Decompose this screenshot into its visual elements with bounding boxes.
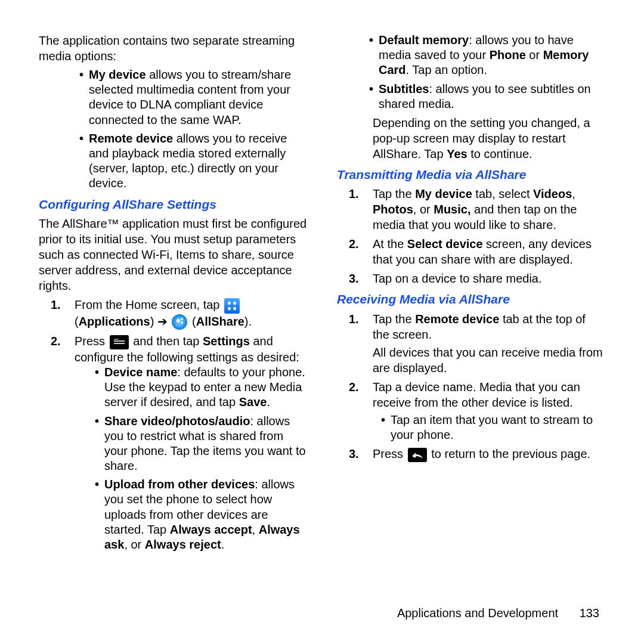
left-column: The application contains two separate st… [39,33,307,556]
menu-icon [110,335,129,349]
receiving-steps: 1.Tap the Remote device tab at the top o… [337,311,605,462]
step-1: 1.Tap the My device tab, select Videos, … [349,186,605,233]
back-icon [408,448,427,462]
applications-icon [224,298,240,314]
transmitting-steps: 1.Tap the My device tab, select Videos, … [337,186,605,286]
step-1: 1. From the Home screen, tap (Applicatio… [51,297,307,330]
list-item: Upload from other devices: allows you se… [96,477,307,552]
config-intro: The AllShare™ application must first be … [39,216,307,293]
list-item: Share video/photos/audio: allows you to … [96,414,307,474]
right-column: Default memory: allows you to have media… [337,33,605,556]
list-item: Device name: defaults to your phone. Use… [96,365,307,410]
list-item: Default memory: allows you to have media… [370,33,605,78]
step-3: 3.Press to return to the previous page. [349,446,605,462]
step-2: 2.Tap a device name. Media that you can … [349,379,605,442]
list-item: Subtitles: allows you to see subtitles o… [370,82,605,112]
step-1: 1.Tap the Remote device tab at the top o… [349,311,605,376]
intro-text: The application contains two separate st… [39,33,307,64]
step-1-note: All devices that you can receive media f… [373,345,605,376]
streaming-options-list: My device allows you to stream/share sel… [39,67,307,191]
settings-list: Device name: defaults to your phone. Use… [75,365,307,552]
allshare-icon [172,314,187,330]
page-footer: Applications and Development 133 [397,606,599,620]
list-item: Tap an item that you want to stream to y… [382,413,605,442]
config-steps: 1. From the Home screen, tap (Applicatio… [39,297,307,552]
footer-section: Applications and Development [397,606,558,620]
heading-configuring: Configuring AllShare Settings [39,196,307,212]
heading-receiving: Receiving Media via AllShare [337,291,605,307]
settings-list-cont: Default memory: allows you to have media… [337,33,605,112]
page-number: 133 [580,606,599,620]
restart-note: Depending on the setting you changed, a … [337,115,605,162]
list-item: Remote device allows you to receive and … [80,131,307,191]
heading-transmitting: Transmitting Media via AllShare [337,166,605,182]
step-2: 2.At the Select device screen, any devic… [349,236,605,267]
list-item: My device allows you to stream/share sel… [80,67,307,128]
step-2: 2. Press and then tap Settings and confi… [51,333,307,552]
step-3: 3.Tap on a device to share media. [349,271,605,286]
sub-list: Tap an item that you want to stream to y… [373,413,605,442]
